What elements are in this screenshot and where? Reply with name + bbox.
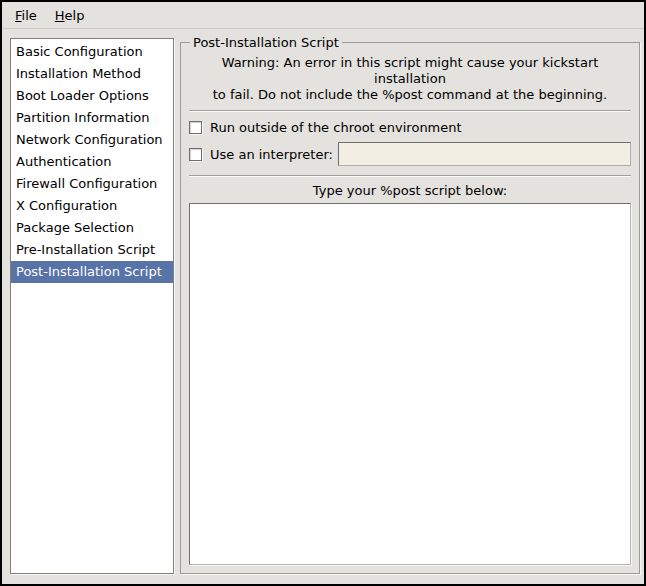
chroot-checkbox[interactable] <box>189 121 202 134</box>
interpreter-checkbox-label: Use an interpreter: <box>210 147 333 162</box>
interpreter-checkbox-row: Use an interpreter: <box>189 142 631 166</box>
chroot-checkbox-label: Run outside of the chroot environment <box>210 120 462 135</box>
interpreter-checkbox[interactable] <box>189 148 202 161</box>
chroot-checkbox-row[interactable]: Run outside of the chroot environment <box>189 115 631 139</box>
sidebar-item[interactable]: Post-Installation Script <box>11 261 173 283</box>
sidebar-item[interactable]: Boot Loader Options <box>11 85 173 107</box>
sidebar-item[interactable]: Authentication <box>11 151 173 173</box>
menu-file[interactable]: File <box>6 5 46 26</box>
sidebar-item[interactable]: Pre-Installation Script <box>11 239 173 261</box>
separator <box>189 175 631 177</box>
sidebar-item[interactable]: X Configuration <box>11 195 173 217</box>
sidebar-item[interactable]: Partition Information <box>11 107 173 129</box>
menu-help[interactable]: Help <box>46 5 94 26</box>
interpreter-input[interactable] <box>338 142 631 166</box>
sidebar-item[interactable]: Network Configuration <box>11 129 173 151</box>
sidebar-item[interactable]: Installation Method <box>11 63 173 85</box>
sidebar-item[interactable]: Firewall Configuration <box>11 173 173 195</box>
warning-line-2: to fail. Do not include the %post comman… <box>189 87 631 103</box>
sidebar-item[interactable]: Package Selection <box>11 217 173 239</box>
post-installation-frame: Post-Installation Script Warning: An err… <box>180 35 640 574</box>
post-script-textarea[interactable] <box>189 203 631 565</box>
sidebar-item[interactable]: Basic Configuration <box>11 41 173 63</box>
script-prompt-label: Type your %post script below: <box>189 183 631 198</box>
warning-line-1: Warning: An error in this script might c… <box>189 55 631 87</box>
menubar: File Help <box>2 2 644 29</box>
frame-title: Post-Installation Script <box>190 35 342 50</box>
warning-text: Warning: An error in this script might c… <box>189 55 631 103</box>
kickstart-configurator-window: File Help Basic ConfigurationInstallatio… <box>0 0 646 586</box>
separator <box>189 110 631 112</box>
section-list: Basic ConfigurationInstallation MethodBo… <box>10 38 174 574</box>
